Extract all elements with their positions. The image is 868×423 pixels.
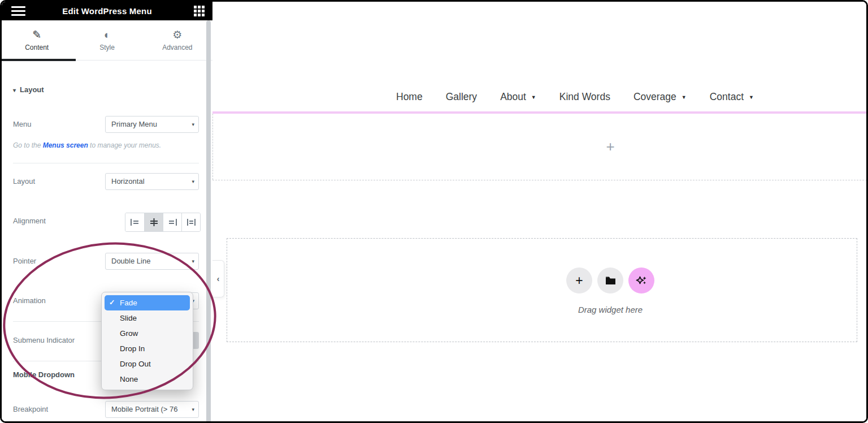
half-circle-icon: ◐	[104, 29, 110, 40]
option-label: Grow	[120, 329, 138, 338]
active-tab-underline	[2, 59, 76, 61]
submenu-indicator-row-label: Submenu Indicator	[13, 332, 75, 349]
animation-dropdown-menu: ✓ Fade Slide Grow Drop In Drop Out None	[101, 292, 193, 390]
dropdown-option-slide[interactable]: Slide	[105, 310, 190, 326]
help-suffix: to manage your menus.	[88, 141, 161, 149]
nav-item-gallery[interactable]: Gallery	[446, 91, 477, 103]
sparkles-icon	[635, 274, 648, 287]
folder-icon	[605, 276, 616, 285]
nav-label: Coverage	[633, 91, 676, 103]
breakpoint-select-value: Mobile Portrait (> 76	[111, 405, 177, 413]
divider	[13, 163, 199, 163]
align-justify-icon	[186, 218, 196, 227]
add-element-button[interactable]: +	[566, 267, 592, 293]
empty-container-dropzone[interactable]	[227, 238, 857, 342]
alignment-button-group	[125, 213, 201, 232]
option-label: Fade	[120, 299, 137, 307]
layout-section-title: Layout	[20, 85, 44, 94]
hamburger-menu-icon[interactable]	[11, 6, 25, 16]
pointer-select-value: Double Line	[111, 257, 150, 265]
nav-label: Gallery	[446, 91, 477, 103]
option-label: Slide	[120, 314, 137, 322]
pencil-icon: ✎	[32, 29, 41, 40]
panel-scrollbar[interactable]	[206, 20, 211, 423]
check-icon: ✓	[109, 295, 115, 310]
dropdown-option-drop-out[interactable]: Drop Out	[105, 356, 190, 372]
chevron-down-icon: ▾	[192, 253, 194, 269]
chevron-left-icon: ‹	[217, 274, 220, 283]
section-border-dash	[212, 114, 213, 180]
site-nav-menu: Home Gallery About ▼ Kind Words Coverage…	[396, 80, 754, 113]
panel-header: Edit WordPress Menu	[2, 2, 212, 20]
dropdown-option-drop-in[interactable]: Drop In	[105, 341, 190, 356]
tab-advanced[interactable]: ⚙ Advanced	[142, 20, 212, 60]
chevron-down-icon: ▾	[192, 174, 194, 189]
panel-title: Edit WordPress Menu	[2, 6, 212, 16]
align-right-icon	[168, 218, 177, 227]
menu-row-label: Menu	[13, 116, 32, 133]
menus-screen-link[interactable]: Menus screen	[43, 141, 88, 149]
submenu-caret-icon: ▼	[749, 93, 754, 100]
breakpoint-row-label: Breakpoint	[13, 401, 48, 418]
ai-builder-button[interactable]	[628, 267, 654, 293]
tab-content[interactable]: ✎ Content	[2, 20, 72, 60]
gear-icon: ⚙	[172, 29, 182, 40]
submenu-caret-icon: ▼	[682, 93, 687, 100]
align-center-button[interactable]	[144, 213, 163, 231]
nav-item-coverage[interactable]: Coverage ▼	[633, 91, 687, 103]
preview-canvas: Home Gallery About ▼ Kind Words Coverage…	[212, 2, 868, 423]
layout-section-heading[interactable]: ▾Layout	[13, 85, 44, 94]
nav-item-about[interactable]: About ▼	[500, 91, 536, 103]
drag-widget-hint: Drag widget here	[578, 305, 643, 314]
layout-select[interactable]: Horizontal ▾	[105, 173, 199, 190]
nav-item-home[interactable]: Home	[396, 91, 423, 103]
help-prefix: Go to the	[13, 141, 43, 149]
alignment-row-label: Alignment	[13, 213, 46, 230]
tab-content-label: Content	[25, 44, 49, 51]
nav-label: Home	[396, 91, 423, 103]
add-section-plus-icon[interactable]: +	[606, 138, 614, 156]
align-right-button[interactable]	[163, 213, 181, 231]
align-left-icon	[130, 218, 140, 227]
layout-row-label: Layout	[13, 173, 35, 190]
apps-grid-icon[interactable]	[194, 6, 205, 16]
option-label: Drop In	[120, 344, 145, 353]
panel-tabs: ✎ Content ◐ Style ⚙ Advanced	[2, 20, 212, 61]
dropdown-option-grow[interactable]: Grow	[105, 326, 190, 341]
option-label: None	[120, 375, 138, 383]
mobile-dropdown-heading: Mobile Dropdown	[13, 370, 75, 379]
breakpoint-select[interactable]: Mobile Portrait (> 76 ▾	[105, 401, 199, 418]
elementor-panel: Edit WordPress Menu ✎ Content ◐ Style ⚙ …	[2, 2, 212, 423]
layout-select-value: Horizontal	[111, 177, 145, 185]
section-border-dash	[212, 180, 868, 180]
nav-label: Contact	[710, 91, 744, 103]
plus-icon: +	[575, 274, 583, 287]
nav-label: Kind Words	[559, 91, 610, 103]
nav-label: About	[500, 91, 526, 103]
add-template-button[interactable]	[597, 267, 623, 293]
menus-help-text: Go to the Menus screen to manage your me…	[13, 141, 161, 149]
align-justify-button[interactable]	[181, 213, 200, 231]
align-center-icon	[149, 218, 159, 227]
pointer-select[interactable]: Double Line ▾	[105, 253, 199, 270]
chevron-down-icon: ▾	[192, 402, 194, 417]
dropdown-option-fade[interactable]: ✓ Fade	[105, 295, 190, 310]
nav-item-contact[interactable]: Contact ▼	[710, 91, 754, 103]
panel-collapse-button[interactable]: ‹	[212, 260, 224, 297]
screenshot-frame: Edit WordPress Menu ✎ Content ◐ Style ⚙ …	[0, 0, 868, 423]
submenu-caret-icon: ▼	[531, 93, 536, 100]
chevron-down-icon: ▾	[192, 116, 194, 132]
dropzone-actions: +	[566, 267, 654, 293]
nav-item-kind-words[interactable]: Kind Words	[559, 91, 610, 103]
align-left-button[interactable]	[125, 213, 144, 231]
tab-style[interactable]: ◐ Style	[72, 20, 142, 60]
option-label: Drop Out	[120, 360, 151, 368]
menu-select[interactable]: Primary Menu ▾	[105, 116, 199, 133]
menu-select-value: Primary Menu	[111, 120, 157, 128]
pointer-row-label: Pointer	[13, 253, 36, 270]
tab-advanced-label: Advanced	[162, 44, 192, 51]
dropdown-option-none[interactable]: None	[105, 372, 190, 387]
tab-style-label: Style	[99, 44, 115, 51]
animation-row-label: Animation	[13, 292, 46, 309]
selected-widget-outline	[212, 111, 868, 114]
